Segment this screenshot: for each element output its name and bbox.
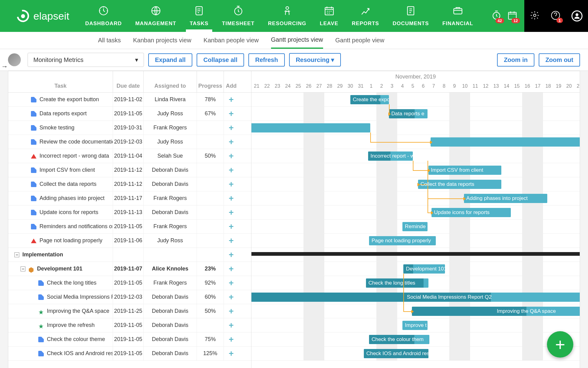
add-subtask-button[interactable]: + bbox=[224, 93, 239, 106]
add-subtask-button[interactable]: + bbox=[224, 304, 239, 318]
collapse-all-button[interactable]: Collapse all bbox=[197, 53, 244, 67]
nav-tasks[interactable]: TASKS bbox=[183, 0, 215, 32]
tab-all-tasks[interactable]: All tasks bbox=[98, 33, 121, 48]
gantt-chart[interactable]: November, 2019 2122232425262728293031123… bbox=[251, 71, 580, 368]
table-row[interactable]: ★Improving the Q&A space2019-11-25Debora… bbox=[8, 304, 251, 318]
task-icon bbox=[38, 337, 44, 342]
progress: 60% bbox=[197, 290, 224, 304]
nav-resourcing[interactable]: RESOURCING bbox=[261, 0, 313, 32]
gantt-bar[interactable]: Update icons for reports bbox=[432, 208, 511, 217]
gantt-bar[interactable]: Development 101 bbox=[403, 264, 445, 274]
add-subtask-button[interactable]: + bbox=[224, 318, 239, 332]
nav-dashboard[interactable]: DASHBOARD bbox=[78, 0, 129, 32]
refresh-button[interactable]: Refresh bbox=[248, 53, 285, 67]
timeline-day: 3 bbox=[387, 83, 397, 89]
gantt-bar[interactable]: Create the export bbox=[350, 95, 389, 104]
add-subtask-button[interactable]: + bbox=[224, 290, 239, 304]
user-avatar-icon[interactable] bbox=[571, 10, 582, 21]
gantt-bar[interactable]: Check the colour them bbox=[369, 335, 429, 344]
nav-management[interactable]: MANAGEMENT bbox=[129, 0, 183, 32]
add-subtask-button[interactable]: + bbox=[224, 205, 239, 219]
gantt-bar[interactable]: Incorrect report - w bbox=[368, 151, 413, 161]
table-row[interactable]: Social Media Impressions Re2019-12-03Deb… bbox=[8, 290, 251, 304]
add-subtask-button[interactable]: + bbox=[224, 220, 239, 233]
table-row[interactable]: Import CSV from client2019-11-12Deborah … bbox=[8, 163, 251, 177]
add-subtask-button[interactable]: + bbox=[224, 177, 239, 191]
gear-icon[interactable] bbox=[530, 10, 540, 22]
gantt-bar[interactable]: Reminde bbox=[402, 222, 428, 231]
tab-kanban-people-view[interactable]: Kanban people view bbox=[204, 33, 259, 48]
table-row[interactable]: Check the long titles2019-11-05Frank Rog… bbox=[8, 276, 251, 290]
logo[interactable]: elapseit bbox=[0, 10, 78, 22]
gantt-bar[interactable]: Check the long titles bbox=[366, 278, 428, 288]
nav-reports[interactable]: REPORTS bbox=[345, 0, 386, 32]
timeline-day: 6 bbox=[418, 83, 428, 89]
nav-timesheet[interactable]: TIMESHEET bbox=[215, 0, 261, 32]
zoom-in-button[interactable]: Zoom in bbox=[497, 53, 534, 67]
add-subtask-button[interactable]: + bbox=[224, 107, 239, 121]
add-subtask-button[interactable]: + bbox=[224, 262, 239, 276]
gantt-bar[interactable]: Improve t bbox=[402, 321, 428, 330]
phase-bar bbox=[251, 252, 580, 256]
table-header: Task Due date Assigned to Progress Add bbox=[8, 71, 251, 93]
table-row[interactable]: Update icons for reports2019-11-13Debora… bbox=[8, 205, 251, 220]
resourcing-dropdown[interactable]: Resourcing bbox=[289, 53, 341, 67]
table-row[interactable]: Data reports export2019-11-05Judy Ross67… bbox=[8, 107, 251, 121]
gantt-bar[interactable]: Page not loading properly bbox=[369, 236, 436, 245]
add-subtask-button[interactable]: + bbox=[224, 347, 239, 360]
table-row[interactable]: Reminders and notifications on en2019-11… bbox=[8, 220, 251, 234]
table-row[interactable]: Smoke testing2019-10-31Frank Rogers+ bbox=[8, 121, 251, 135]
zoom-out-button[interactable]: Zoom out bbox=[539, 53, 580, 67]
expand-toggle[interactable]: − bbox=[14, 252, 19, 257]
help-icon[interactable]: 1 bbox=[551, 10, 560, 22]
add-subtask-button[interactable]: + bbox=[224, 234, 239, 247]
add-subtask-button[interactable]: + bbox=[224, 163, 239, 177]
gantt-bar[interactable]: Check IOS and Android respon bbox=[364, 349, 428, 358]
nav-documents[interactable]: DOCUMENTS bbox=[386, 0, 436, 32]
gantt-bar[interactable]: Collect the data reports bbox=[418, 180, 501, 189]
gantt-bar[interactable] bbox=[251, 123, 370, 132]
add-subtask-button[interactable]: + bbox=[224, 276, 239, 290]
gantt-bar[interactable]: Review the code documen bbox=[431, 137, 580, 147]
tab-kanban-projects-view[interactable]: Kanban projects view bbox=[133, 33, 191, 48]
svg-point-4 bbox=[286, 7, 288, 10]
table-row[interactable]: Create the export button2019-11-02Linda … bbox=[8, 93, 251, 107]
table-row[interactable]: Review the code documentation2019-12-03J… bbox=[8, 135, 251, 149]
timeline-day: 4 bbox=[397, 83, 408, 89]
table-row[interactable]: −Implementation+ bbox=[8, 248, 251, 262]
chevron-down-icon: ▾ bbox=[135, 56, 138, 63]
add-subtask-button[interactable]: + bbox=[224, 332, 239, 346]
expand-all-button[interactable]: Expand all bbox=[148, 53, 192, 67]
add-fab-button[interactable]: + bbox=[547, 331, 573, 358]
table-row[interactable]: Collect the data reports2019-11-12Debora… bbox=[8, 177, 251, 191]
gantt-bar[interactable]: Adding phases into project bbox=[464, 194, 547, 203]
nav-leave[interactable]: LEAVE bbox=[313, 0, 345, 32]
add-subtask-button[interactable]: + bbox=[224, 248, 239, 262]
nav-financial[interactable]: FINANCIAL bbox=[435, 0, 480, 32]
sidebar-toggle-icon[interactable]: → bbox=[1, 63, 8, 71]
task-name: Adding phases into project bbox=[40, 195, 104, 201]
due-date: 2019-12-03 bbox=[113, 290, 144, 304]
tab-gantt-people-view[interactable]: Gantt people view bbox=[335, 33, 384, 48]
gantt-bar[interactable]: Import CSV from client bbox=[428, 166, 501, 175]
table-row[interactable]: ★Improve the refresh2019-11-05Deborah Da… bbox=[8, 318, 251, 332]
add-subtask-button[interactable]: + bbox=[224, 135, 239, 149]
gantt-bar[interactable]: Data reports e bbox=[389, 109, 428, 118]
table-row[interactable]: −⬢Development 1012019-11-07Alice Knnoles… bbox=[8, 262, 251, 276]
tab-gantt-projects-view[interactable]: Gantt projects view bbox=[271, 32, 323, 49]
gantt-bar[interactable]: Social Media Impressions Report Q2 bbox=[251, 293, 580, 302]
add-subtask-button[interactable]: + bbox=[224, 149, 239, 163]
table-row[interactable]: Page not loading properly2019-11-06Judy … bbox=[8, 234, 251, 248]
expand-toggle[interactable]: − bbox=[21, 266, 25, 271]
table-row[interactable]: Adding phases into project2019-11-17Fran… bbox=[8, 191, 251, 205]
table-row[interactable]: Check IOS and Android resp2019-11-05Debo… bbox=[8, 347, 251, 361]
calendar-notif-icon[interactable]: 12 bbox=[507, 10, 518, 22]
add-subtask-button[interactable]: + bbox=[224, 191, 239, 205]
table-row[interactable]: Incorrect report - wrong data2019-11-04S… bbox=[8, 149, 251, 163]
table-row[interactable]: Check the colour theme2019-11-05Deborah … bbox=[8, 332, 251, 347]
bar-label: Improve t bbox=[405, 322, 427, 328]
stopwatch-icon[interactable]: 42 bbox=[491, 10, 502, 22]
gantt-bar[interactable]: Improving the Q&A space bbox=[412, 307, 580, 316]
project-select[interactable]: Monitoring Metrics ▾ bbox=[28, 53, 144, 67]
add-subtask-button[interactable]: + bbox=[224, 121, 239, 135]
